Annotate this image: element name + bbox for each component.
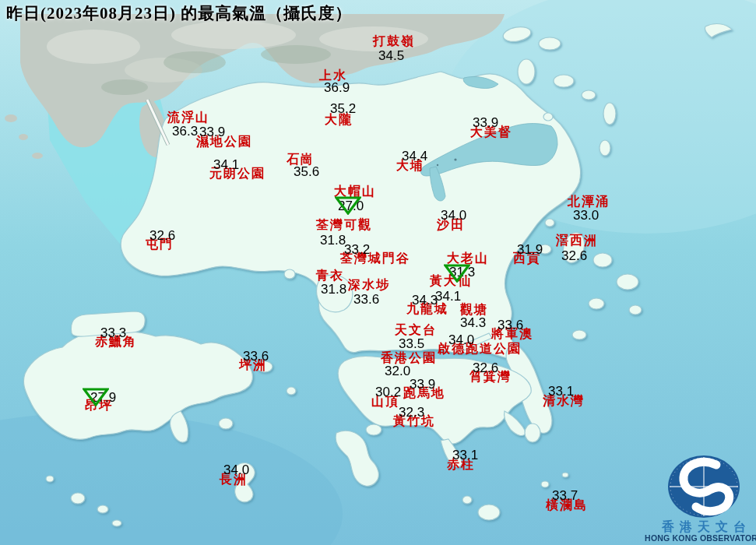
hko-logo: 香港天文台 HONG KONG OBSERVATORY [653,445,754,543]
station-name: 北潭涌 [568,195,610,208]
hko-logo-emblem-icon [659,452,749,521]
station-temp-value: 34.4 [402,149,427,163]
station-temp-value: 33.0 [573,209,599,222]
green-triangle-marker-icon [444,263,470,283]
station-temp-value: 33.1 [452,448,478,462]
station-name: 香港公園 [381,352,437,364]
hko-logo-chinese-name: 香港天文台 [662,521,751,534]
station-temp-value: 35.2 [330,102,356,115]
station-temp-value: 33.6 [353,293,379,306]
hko-logo-english-name: HONG KONG OBSERVATORY [645,533,756,543]
green-triangle-marker-icon [83,387,109,406]
station-temp-value: 31.8 [320,234,346,247]
station-temp-value: 34.0 [441,209,466,222]
station-temp-value: 34.3 [460,316,486,329]
station-name: 觀塘 [460,304,488,316]
station-temp-value: 31.9 [517,243,543,256]
station-labels-layer: 打鼓嶺 34.5 上水 36.9 大隴 35.2 流浮山 36.3 濕地公園 3… [0,0,756,545]
station-temp-value: 33.6 [243,350,269,363]
station-temp-value: 32.0 [385,364,410,378]
station-temp-value: 33.9 [410,378,435,391]
station-temp-value: 33.2 [344,243,370,256]
station-temp-value: 32.6 [473,361,498,374]
station-temp-value: 30.2 [375,385,401,399]
station-temp-value: 34.1 [213,158,239,171]
station-temp-value: 33.9 [473,116,498,129]
station-temp-value: 32.6 [149,229,175,242]
station-temp-value: 33.3 [100,326,126,339]
station-temp-value: 33.1 [548,385,574,398]
green-triangle-marker-icon [335,195,361,215]
station-temp-value: 33.7 [552,489,578,502]
station-temp-value: 32.6 [561,249,587,262]
station-name: 青衣 [316,269,344,282]
station-temp-value: 34.1 [435,290,461,303]
station-temp-value: 34.0 [448,333,474,346]
station-name: 天文台 [395,324,437,336]
station-temp-value: 36.3 [172,125,198,138]
map-title: 昨日(2023年08月23日) 的最高氣溫（攝氏度） [6,2,352,24]
station-temp-value: 34.5 [378,49,404,62]
station-temp-value: 32.3 [399,406,424,419]
station-temp-value: 34.0 [223,463,249,476]
station-temp-value: 33.5 [399,337,424,350]
station-temp-value: 35.6 [294,165,319,178]
station-temp-value: 36.9 [324,81,350,94]
station-name: 流浮山 [167,111,209,124]
station-temp-value: 33.6 [498,318,523,332]
station-temp-value: 31.8 [321,283,346,296]
station-temp-value: 33.9 [199,125,225,139]
station-name: 荃灣可觀 [316,219,372,231]
station-name: 深水埗 [348,279,390,291]
station-name: 打鼓嶺 [373,35,415,47]
station-temp-value: 34.3 [412,294,438,307]
station-name: 滘西洲 [556,234,598,247]
max-temperature-map: 昨日(2023年08月23日) 的最高氣溫（攝氏度） 打鼓嶺 34.5 上水 3… [0,0,756,545]
